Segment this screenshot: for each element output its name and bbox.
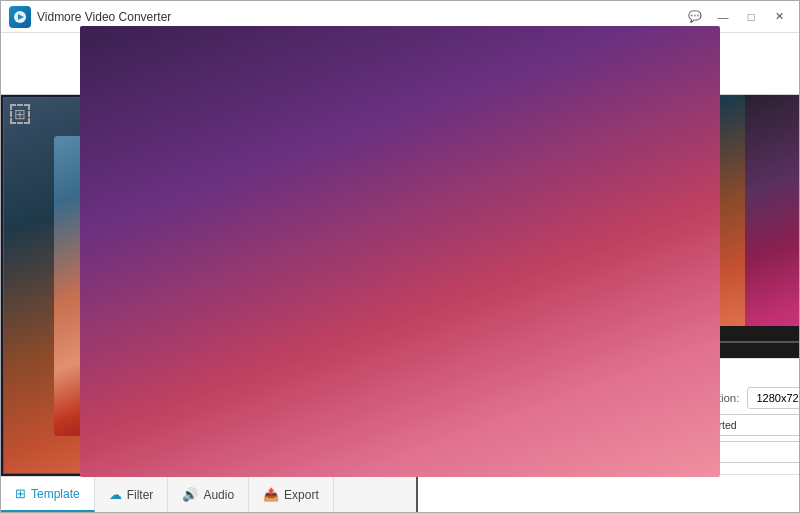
bottom-bar: ➡ Start Export xyxy=(418,474,799,512)
sub-tab-export[interactable]: 📤 Export xyxy=(249,477,334,512)
sub-tab-audio-label: Audio xyxy=(203,488,234,502)
app-logo xyxy=(9,6,31,28)
sub-tabs: ⊞ Template ☁ Filter 🔊 Audio 📤 Export xyxy=(1,476,416,512)
preview-main xyxy=(468,95,799,326)
message-btn[interactable]: 💬 xyxy=(683,7,707,27)
resize-handle-1: ⊞ xyxy=(10,104,30,124)
export-icon: 📤 xyxy=(263,487,279,502)
sub-tab-filter[interactable]: ☁ Filter xyxy=(95,477,169,512)
audio-icon: 🔊 xyxy=(182,487,198,502)
sub-tab-export-label: Export xyxy=(284,488,319,502)
main-content: ⊞ ⊞ ⊞ Template xyxy=(1,95,799,512)
template-icon: ⊞ xyxy=(15,486,26,501)
right-panel: ▶ ■ 00:00:00.00/00:00:44.05 🔊 Name: New … xyxy=(418,95,799,512)
resolution-select[interactable]: 1280x720 (720p) 1920x1080 (1080p) xyxy=(747,387,799,409)
resolution-select-input[interactable]: 1280x720 (720p) 1920x1080 (1080p) xyxy=(752,391,799,405)
maximize-btn[interactable]: □ xyxy=(739,7,763,27)
close-btn[interactable]: ✕ xyxy=(767,7,791,27)
minimize-btn[interactable]: — xyxy=(711,7,735,27)
app-window: Vidmore Video Converter 💬 — □ ✕ Converte… xyxy=(0,0,800,513)
preview-cell-right xyxy=(745,95,799,326)
sub-tab-filter-label: Filter xyxy=(127,488,154,502)
window-controls: 💬 — □ ✕ xyxy=(683,7,791,27)
app-title: Vidmore Video Converter xyxy=(37,10,683,24)
sub-tab-template-label: Template xyxy=(31,487,80,501)
sub-tab-template[interactable]: ⊞ Template xyxy=(1,477,95,512)
sub-tab-audio[interactable]: 🔊 Audio xyxy=(168,477,249,512)
filter-icon: ☁ xyxy=(109,487,122,502)
preview-area xyxy=(418,95,799,326)
